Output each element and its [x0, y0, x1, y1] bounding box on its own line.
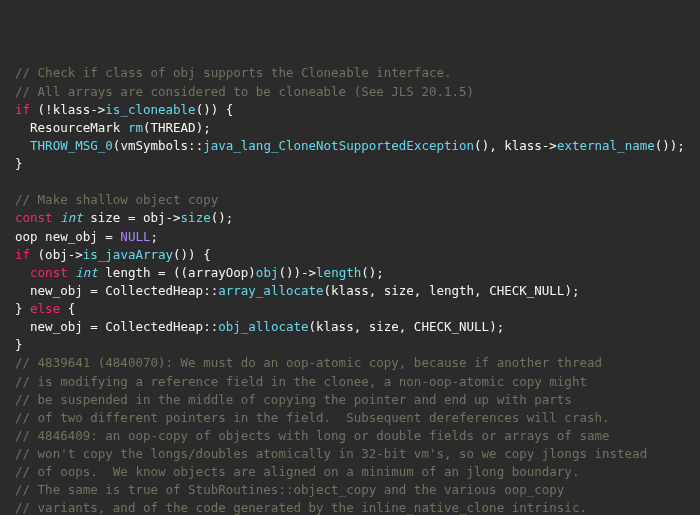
code: ()) {: [173, 247, 211, 262]
code: ();: [211, 210, 234, 225]
code: length = ((arrayOop): [98, 265, 256, 280]
code: }: [15, 337, 23, 352]
code: (THREAD);: [143, 120, 211, 135]
code: {: [60, 301, 75, 316]
code: (klass, size, length, CHECK_NULL);: [324, 283, 580, 298]
code: size = obj->: [83, 210, 181, 225]
comment: // of two different pointers in the fiel…: [15, 410, 610, 425]
code: new_obj = CollectedHeap::: [15, 319, 218, 334]
code: ())->: [278, 265, 316, 280]
code: ();: [361, 265, 384, 280]
method-call: is_javaArray: [83, 247, 173, 262]
comment: // won't copy the longs/doubles atomical…: [15, 446, 647, 461]
method-call: size: [181, 210, 211, 225]
comment: // of oops. We know objects are aligned …: [15, 464, 579, 479]
keyword-const: const: [15, 210, 53, 225]
comment: // is modifying a reference field in the…: [15, 374, 587, 389]
code: ;: [150, 229, 158, 244]
code: ());: [655, 138, 685, 153]
code: ResourceMark: [15, 120, 128, 135]
comment: // 4839641 (4840070): We must do an oop-…: [15, 355, 602, 370]
comment: // be suspended in the middle of copying…: [15, 392, 572, 407]
code: (!klass->: [30, 102, 105, 117]
method-call: obj_allocate: [218, 319, 308, 334]
keyword-if: if: [15, 102, 30, 117]
code: }: [15, 156, 23, 171]
keyword-if: if: [15, 247, 30, 262]
code: ()) {: [196, 102, 234, 117]
code-block: // Check if class of obj supports the Cl…: [15, 64, 685, 515]
code: (klass, size, CHECK_NULL);: [309, 319, 505, 334]
type-int: int: [75, 265, 98, 280]
null-literal: NULL: [120, 229, 150, 244]
method-call: is_cloneable: [105, 102, 195, 117]
keyword-else: else: [30, 301, 60, 316]
method-call: external_name: [557, 138, 655, 153]
method-call: java_lang_CloneNotSupportedException: [203, 138, 474, 153]
keyword-const: const: [30, 265, 68, 280]
method-call: array_allocate: [218, 283, 323, 298]
comment: // Make shallow object copy: [15, 192, 218, 207]
method-call: length: [316, 265, 361, 280]
method-call: obj: [256, 265, 279, 280]
code: (), klass->: [474, 138, 557, 153]
code: (vmSymbols::: [113, 138, 203, 153]
code: (obj->: [30, 247, 83, 262]
code: new_obj = CollectedHeap::: [15, 283, 218, 298]
method-call: THROW_MSG_0: [30, 138, 113, 153]
code: oop new_obj =: [15, 229, 120, 244]
comment: // variants, and of the code generated b…: [15, 500, 587, 515]
method-call: rm: [128, 120, 143, 135]
comment: // Check if class of obj supports the Cl…: [15, 65, 452, 80]
comment: // All arrays are considered to be clone…: [15, 84, 474, 99]
code: }: [15, 301, 30, 316]
comment: // 4846409: an oop-copy of objects with …: [15, 428, 610, 443]
comment: // The same is true of StubRoutines::obj…: [15, 482, 564, 497]
type-int: int: [60, 210, 83, 225]
